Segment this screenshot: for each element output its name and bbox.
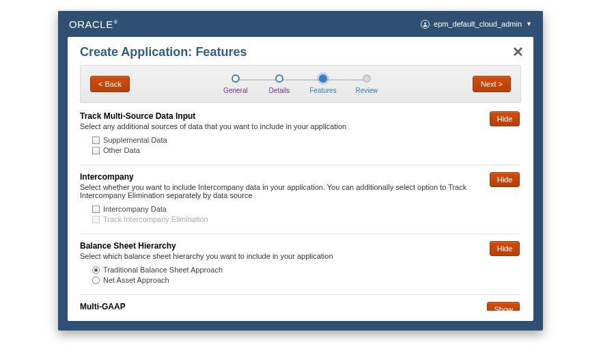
title-suffix: Features	[195, 45, 247, 59]
step-features[interactable]: Features	[301, 74, 345, 94]
step-circle-icon	[275, 74, 283, 83]
step-circle-icon	[319, 74, 327, 83]
section-intercompany: Intercompany Select whether you want to …	[80, 165, 520, 234]
logo-mark: ®	[114, 20, 118, 25]
step-details[interactable]: Details	[257, 74, 301, 94]
logo-text: ORACLE	[69, 18, 113, 30]
step-label: General	[223, 87, 248, 94]
radio-icon	[92, 277, 100, 284]
section-desc: Select which balance sheet hierarchy you…	[80, 252, 333, 260]
option-label: Net Asset Approach	[103, 276, 169, 284]
username-label: epm_default_cloud_admin	[434, 20, 522, 28]
oracle-logo: ORACLE®	[69, 18, 117, 30]
step-label: Features	[309, 87, 336, 94]
section-title: Track Multi-Source Data Input	[80, 111, 346, 121]
close-icon[interactable]: ✕	[512, 44, 524, 60]
checkbox-icon	[92, 216, 100, 223]
radio-net-asset-approach[interactable]: Net Asset Approach	[92, 276, 520, 284]
page-title: Create Application: Features	[68, 37, 533, 65]
option-label: Intercompany Data	[103, 205, 167, 213]
checkbox-supplemental-data[interactable]: Supplemental Data	[92, 136, 520, 144]
hide-button[interactable]: Hide	[490, 241, 520, 256]
section-multi-gaap: Multi-GAAP Select whether you want to in…	[80, 294, 520, 311]
svg-point-0	[424, 22, 426, 24]
step-label: Details	[269, 87, 290, 94]
radio-icon	[92, 266, 100, 274]
title-prefix: Create Application:	[80, 45, 192, 59]
hide-button[interactable]: Hide	[490, 172, 520, 187]
user-menu[interactable]: epm_default_cloud_admin ▼	[421, 20, 532, 29]
step-review[interactable]: Review	[345, 74, 389, 94]
user-icon	[421, 20, 430, 29]
header-bar: ORACLE® epm_default_cloud_admin ▼	[58, 11, 543, 37]
step-circle-icon	[232, 74, 240, 83]
option-list: Supplemental Data Other Data	[92, 136, 520, 154]
features-scroll[interactable]: Track Multi-Source Data Input Select any…	[80, 110, 528, 311]
chevron-down-icon: ▼	[526, 20, 532, 27]
checkbox-icon	[92, 147, 100, 154]
section-title: Intercompany	[80, 172, 483, 182]
back-button[interactable]: < Back	[90, 76, 130, 92]
section-balance-sheet: Balance Sheet Hierarchy Select which bal…	[80, 234, 520, 294]
step-label: Review	[356, 87, 378, 94]
show-button[interactable]: Show	[487, 302, 520, 311]
radio-traditional-approach[interactable]: Traditional Balance Sheet Approach	[92, 266, 520, 274]
section-track-multisource: Track Multi-Source Data Input Select any…	[80, 110, 520, 165]
checkbox-icon	[92, 137, 100, 144]
step-circle-icon	[363, 74, 371, 83]
checkbox-icon	[92, 206, 100, 213]
checkbox-other-data[interactable]: Other Data	[92, 146, 520, 154]
option-list: Intercompany Data Track Intercompany Eli…	[92, 205, 520, 223]
option-list: Traditional Balance Sheet Approach Net A…	[92, 266, 520, 284]
hide-button[interactable]: Hide	[490, 111, 520, 126]
step-general[interactable]: General	[214, 74, 257, 94]
option-label: Supplemental Data	[103, 136, 167, 144]
section-title: Multi-GAAP	[80, 302, 462, 311]
option-label: Track Intercompany Elimination	[103, 215, 208, 223]
app-window: ORACLE® epm_default_cloud_admin ▼ ✕ Crea…	[58, 11, 543, 331]
option-label: Traditional Balance Sheet Approach	[103, 266, 223, 274]
main-panel: ✕ Create Application: Features < Back Ge…	[68, 37, 533, 321]
next-button[interactable]: Next >	[473, 76, 511, 92]
section-desc: Select any additional sources of data th…	[80, 122, 346, 130]
checkbox-intercompany-data[interactable]: Intercompany Data	[92, 205, 520, 213]
section-desc: Select whether you want to include Inter…	[80, 183, 483, 199]
option-label: Other Data	[103, 146, 140, 154]
wizard-steps: General Details Features Review	[214, 74, 389, 94]
section-title: Balance Sheet Hierarchy	[80, 241, 333, 251]
checkbox-track-elimination: Track Intercompany Elimination	[92, 215, 520, 223]
wizard-bar: < Back General Details Features	[80, 65, 521, 103]
